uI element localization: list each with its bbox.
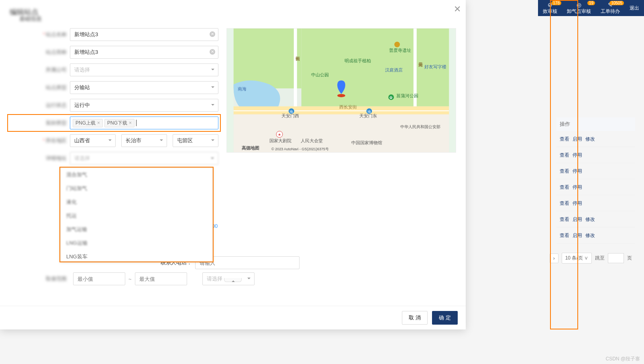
field-label: 运行状态: [10, 102, 70, 109]
site-short-input[interactable]: [70, 46, 218, 59]
svg-text:好友写字楼: 好友写字楼: [424, 64, 446, 69]
form-left: 站点名称 ✕ 站点简称 ✕ 所属公司 请选择 站点类型 分输站 运行状态: [10, 28, 218, 170]
field-label: 装卸类型: [10, 119, 70, 127]
view-link[interactable]: 查看: [560, 168, 569, 174]
disable-link[interactable]: 停用: [573, 200, 582, 206]
load-type-dropdown[interactable]: 混合加气 门站加气 液化 托运 加气运输 LNG运输 LNG装车 PNG上载: [60, 168, 213, 262]
dropdown-option[interactable]: 门站加气: [61, 182, 212, 195]
table-row: 查看停用: [556, 196, 635, 211]
tag-item: PNG上载×: [73, 119, 103, 127]
field-label: 所在地区: [10, 137, 70, 144]
svg-text:中华人民共和国公安部: 中华人民共和国公安部: [400, 125, 440, 129]
section-title: 基础信息: [19, 15, 456, 22]
map-canvas: 地 地 ✿ ★ 南长街 西长安街 晨光街 中山公园 明成祖手植柏 普度寺遗址 菖…: [227, 29, 456, 152]
view-link[interactable]: 查看: [560, 136, 569, 142]
edit-link[interactable]: 修改: [585, 217, 595, 222]
svg-text:天安门西: 天安门西: [281, 113, 299, 118]
svg-text:明成祖手植柏: 明成祖手植柏: [344, 58, 371, 63]
svg-rect-5: [234, 115, 449, 152]
status-select[interactable]: 运行中: [70, 99, 218, 112]
svg-text:普度寺遗址: 普度寺遗址: [389, 48, 411, 53]
enable-link[interactable]: 启用: [573, 217, 582, 222]
address-select[interactable]: 请选择: [70, 152, 218, 165]
header-item-logout[interactable]: 退出: [625, 5, 644, 12]
view-link[interactable]: 查看: [560, 233, 569, 238]
edit-link[interactable]: 修改: [585, 136, 595, 142]
table-row: 查看启用修改: [556, 212, 635, 227]
field-label: 站点类型: [10, 84, 70, 91]
range-separator: ~: [128, 276, 132, 282]
svg-text:菖蒲河公园: 菖蒲河公园: [396, 93, 418, 98]
svg-text:✿: ✿: [389, 96, 393, 100]
ok-button[interactable]: 确 定: [432, 311, 458, 325]
range-min-input[interactable]: [73, 272, 125, 285]
bg-pager: › 10 条/页 ∨ 跳至 页: [550, 253, 632, 264]
next-page-button[interactable]: ›: [550, 254, 558, 263]
city-select[interactable]: 长治市: [121, 134, 167, 147]
dropdown-option[interactable]: 加气运输: [61, 223, 212, 236]
jump-input[interactable]: [608, 253, 624, 263]
map-view[interactable]: 地 地 ✿ ★ 南长街 西长安街 晨光街 中山公园 明成祖手植柏 普度寺遗址 菖…: [226, 28, 456, 153]
enable-link[interactable]: 启用: [573, 233, 582, 238]
view-link[interactable]: 查看: [560, 200, 569, 206]
header-item-audit[interactable]: ⊘178效审核: [538, 2, 562, 15]
site-name-input[interactable]: [70, 28, 218, 41]
clear-icon[interactable]: ✕: [210, 31, 215, 37]
header-item-gas[interactable]: ◎19卸气点审核: [562, 2, 596, 15]
table-row: 查看停用: [556, 148, 635, 163]
svg-text:西长安街: 西长安街: [339, 104, 357, 109]
page-size-select[interactable]: 10 条/页 ∨: [562, 253, 592, 264]
field-label: 详细地址: [10, 155, 70, 162]
svg-text:高德地图: 高德地图: [242, 145, 259, 150]
svg-text:人民大会堂: 人民大会堂: [301, 138, 323, 143]
table-row: 查看停用: [556, 164, 635, 179]
chevron-down-icon: ∨: [584, 255, 588, 261]
province-select[interactable]: 山西省: [70, 134, 116, 147]
watermark: CSDN @段子寨: [605, 356, 640, 362]
svg-text:汉庭酒店: 汉庭酒店: [385, 67, 403, 72]
table-row: 查看停用: [556, 180, 635, 195]
svg-text:国家大剧院: 国家大剧院: [269, 138, 291, 143]
edit-link[interactable]: 修改: [585, 233, 595, 238]
dropdown-option[interactable]: LNG装车: [61, 250, 212, 261]
dropdown-option[interactable]: 托运: [61, 209, 212, 223]
svg-text:南海: 南海: [238, 86, 247, 91]
disable-link[interactable]: 停用: [573, 152, 582, 158]
view-link[interactable]: 查看: [560, 184, 569, 190]
range-max-input[interactable]: [135, 272, 187, 285]
district-select[interactable]: 屯留区: [173, 134, 218, 147]
load-type-multiselect[interactable]: PNG上载× PNG下载×: [70, 117, 218, 129]
view-link[interactable]: 查看: [560, 152, 569, 158]
header-item-ticket[interactable]: ✎10505工单待办: [596, 2, 625, 15]
disable-link[interactable]: 停用: [573, 184, 582, 190]
svg-point-8: [337, 94, 345, 97]
edit-modal: ✕ 编辑站点 基础信息 站点名称 ✕ 站点简称 ✕ 所属公司 请选择 站点类型: [0, 0, 466, 329]
disable-link[interactable]: 停用: [573, 168, 582, 174]
field-label: 取值范围: [10, 275, 70, 282]
table-row: 查看启用修改: [556, 228, 635, 243]
dropdown-option[interactable]: 液化: [61, 195, 212, 209]
page-unit: 页: [627, 255, 632, 262]
collapse-handle[interactable]: [224, 278, 242, 282]
svg-rect-1: [234, 29, 302, 88]
site-type-select[interactable]: 分输站: [70, 81, 218, 94]
cancel-button[interactable]: 取 消: [402, 311, 428, 325]
tag-remove-icon[interactable]: ×: [129, 120, 132, 126]
dropdown-option[interactable]: LNG运输: [61, 236, 212, 250]
table-row: 查看启用修改: [556, 132, 635, 147]
clear-icon[interactable]: ✕: [210, 49, 215, 55]
svg-text:★: ★: [278, 133, 281, 137]
tag-remove-icon[interactable]: ×: [97, 120, 100, 126]
view-link[interactable]: 查看: [560, 217, 569, 222]
field-label: 站点简称: [10, 49, 70, 56]
svg-text:天安门东: 天安门东: [359, 113, 377, 118]
company-select[interactable]: 请选择: [70, 63, 218, 76]
bg-table: 操作 查看启用修改 查看停用 查看停用 查看停用 查看停用 查看启用修改 查看启…: [556, 117, 636, 244]
col-header-ops: 操作: [556, 117, 635, 131]
modal-footer: 取 消 确 定: [0, 306, 466, 329]
jump-label: 跳至: [595, 255, 605, 262]
svg-text:中山公园: 中山公园: [311, 72, 329, 77]
text-cursor: [136, 120, 137, 126]
enable-link[interactable]: 启用: [573, 136, 582, 142]
dropdown-option[interactable]: 混合加气: [61, 168, 212, 182]
